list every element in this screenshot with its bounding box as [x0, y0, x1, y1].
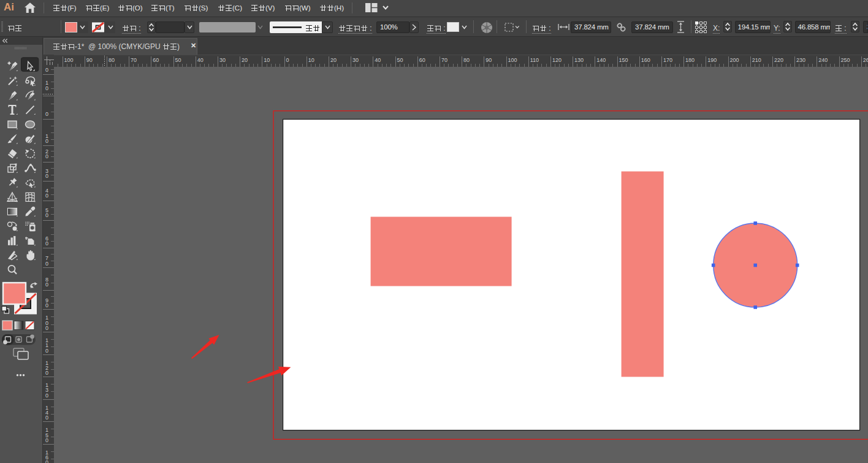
svg-text:180: 180 — [685, 57, 695, 63]
svg-text:60: 60 — [153, 57, 159, 63]
svg-text:0: 0 — [45, 138, 48, 144]
svg-text:0: 0 — [45, 370, 48, 376]
svg-text:0: 0 — [45, 85, 48, 91]
svg-text:40: 40 — [197, 57, 204, 63]
svg-text:250: 250 — [841, 57, 850, 63]
svg-text:0: 0 — [286, 57, 289, 63]
svg-text:0: 0 — [45, 153, 48, 159]
svg-text:130: 130 — [574, 57, 584, 63]
svg-text:50: 50 — [397, 57, 403, 63]
svg-text:20: 20 — [242, 57, 248, 63]
svg-text:70: 70 — [441, 57, 447, 63]
svg-text:100: 100 — [508, 57, 517, 63]
svg-text:90: 90 — [485, 57, 492, 63]
svg-text:260: 260 — [863, 57, 868, 63]
svg-text:0: 0 — [45, 193, 48, 199]
svg-text:30: 30 — [352, 57, 359, 63]
svg-text:10: 10 — [264, 57, 270, 63]
svg-text:210: 210 — [752, 57, 761, 63]
svg-text:0: 0 — [45, 392, 48, 398]
svg-text:0: 0 — [45, 260, 48, 266]
svg-text:0: 0 — [45, 302, 48, 308]
svg-text:110: 110 — [530, 57, 539, 63]
svg-text:0: 0 — [45, 347, 48, 353]
svg-text:150: 150 — [619, 57, 628, 63]
svg-text:70: 70 — [131, 57, 137, 63]
svg-text:0: 0 — [45, 212, 48, 218]
svg-text:0: 0 — [45, 325, 48, 331]
svg-text:20: 20 — [330, 57, 337, 63]
svg-text:220: 220 — [774, 57, 783, 63]
svg-text:0: 0 — [45, 67, 48, 73]
svg-text:80: 80 — [108, 57, 115, 63]
svg-text:240: 240 — [818, 57, 828, 63]
svg-text:50: 50 — [175, 57, 181, 63]
svg-text:0: 0 — [45, 281, 48, 288]
svg-text:80: 80 — [463, 57, 470, 63]
svg-text:0: 0 — [45, 415, 48, 421]
svg-text:40: 40 — [375, 57, 381, 63]
svg-text:0: 0 — [45, 459, 48, 463]
svg-text:140: 140 — [596, 57, 606, 63]
svg-text:120: 120 — [552, 57, 562, 63]
svg-text:170: 170 — [663, 57, 672, 63]
svg-text:0: 0 — [45, 111, 48, 117]
svg-text:60: 60 — [419, 57, 425, 63]
svg-text:190: 190 — [707, 57, 717, 63]
svg-text:100: 100 — [64, 57, 74, 63]
svg-text:200: 200 — [730, 57, 739, 63]
svg-text:230: 230 — [796, 57, 805, 63]
svg-text:30: 30 — [219, 57, 226, 63]
svg-text:90: 90 — [86, 57, 93, 63]
svg-text:160: 160 — [641, 57, 650, 63]
svg-text:0: 0 — [45, 173, 48, 179]
svg-text:0: 0 — [45, 240, 48, 247]
svg-text:0: 0 — [45, 437, 48, 443]
svg-text:10: 10 — [308, 57, 314, 63]
